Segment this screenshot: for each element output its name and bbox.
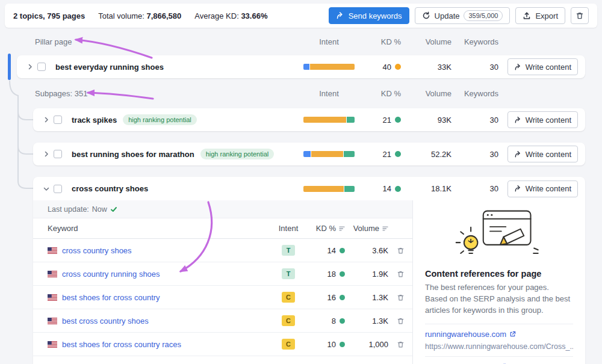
volume-value: 1.3K [345, 293, 388, 302]
column-header-intent: Intent [294, 37, 364, 46]
last-update-label: Last update: [48, 205, 89, 214]
keyword-link[interactable]: cross country running shoes [62, 270, 160, 279]
row-checkbox[interactable] [54, 150, 62, 158]
update-quota-badge: 359/5,000 [464, 10, 503, 21]
update-label: Update [435, 11, 460, 20]
sort-icon[interactable] [382, 226, 388, 232]
forward-arrow-icon [514, 116, 522, 124]
export-button[interactable]: Export [515, 7, 565, 24]
write-content-button[interactable]: Write content [507, 146, 578, 162]
refresh-icon [422, 11, 430, 20]
keywords-count: 30 [452, 63, 498, 72]
send-keywords-button[interactable]: Send keywords [329, 7, 409, 24]
volume-value: 18.1K [401, 184, 452, 193]
pillar-accent-bar [8, 54, 11, 80]
row-checkbox[interactable] [37, 63, 46, 71]
kd-value: 14 [383, 184, 391, 193]
chevron-right-icon[interactable] [39, 116, 54, 123]
write-content-label: Write content [526, 63, 571, 72]
write-content-label: Write content [526, 150, 571, 159]
trash-icon [576, 11, 584, 20]
intent-badge: C [282, 339, 295, 350]
row-checkbox[interactable] [54, 116, 62, 124]
write-content-button[interactable]: Write content [507, 111, 578, 128]
keyword-link[interactable]: best shoes for cross country races [62, 340, 181, 349]
column-header-kd: KD % [364, 37, 401, 46]
ranking-potential-badge: high ranking potential [200, 149, 275, 159]
write-content-label: Write content [526, 184, 571, 193]
external-link-icon [509, 331, 516, 338]
column-header-volume: Volume [401, 89, 452, 98]
total-volume-stat: Total volume: 7,866,580 [98, 11, 181, 20]
kd-value: 40 [383, 63, 391, 72]
subpage-title[interactable]: track spikes [72, 116, 117, 125]
kd-dot [340, 342, 345, 347]
pillar-section-header: Pillar page Intent KD % Volume Keywords [17, 35, 585, 48]
reference-link[interactable]: marathonsports.com [425, 362, 506, 364]
subpages-section-label: Subpages: 351 [35, 89, 87, 98]
volume-value: 3.6K [345, 246, 388, 255]
delete-keyword-button[interactable] [396, 245, 406, 256]
column-header-keyword: Keyword [33, 224, 274, 233]
keyword-row: cross country shoes T 14 3.6K [33, 239, 412, 262]
column-header-kd: KD % [364, 89, 401, 98]
chevron-down-icon[interactable] [39, 185, 54, 193]
delete-keyword-button[interactable] [396, 339, 406, 350]
volume-value: 1.9K [345, 270, 388, 279]
keyword-link[interactable]: cross country shoes [62, 246, 132, 255]
subpage-title[interactable]: best running shoes for marathon [72, 150, 194, 159]
pillar-row[interactable]: best everyday running shoes 40 33K 30 Wr… [17, 55, 585, 78]
intent-badge: C [282, 315, 295, 326]
kd-dot [340, 318, 345, 324]
us-flag-icon [48, 294, 57, 301]
delete-keyword-button[interactable] [396, 292, 406, 303]
last-update-value: Now [92, 205, 107, 214]
sort-icon[interactable] [339, 226, 345, 232]
kd-value: 14 [327, 246, 336, 255]
subpage-row-marathon[interactable]: best running shoes for marathon high ran… [33, 143, 585, 165]
kd-dot [395, 64, 401, 70]
subpage-row-cross-country[interactable]: cross country shoes 14 18.1K 30 Write co… [33, 177, 585, 200]
pillar-section-label: Pillar page [35, 37, 72, 46]
us-flag-icon [48, 271, 57, 277]
pillar-page-title[interactable]: best everyday running shoes [55, 63, 164, 72]
chevron-right-icon[interactable] [23, 63, 37, 70]
ranking-potential-badge: high ranking potential [123, 114, 197, 125]
references-title: Content references for page [425, 269, 573, 279]
topics-summary: 2 topics, 795 pages [13, 11, 85, 20]
trash-icon [397, 317, 405, 325]
keyword-link[interactable]: best shoes for cross country [62, 293, 160, 302]
column-header-keywords: Keywords [452, 89, 498, 98]
delete-keyword-button[interactable] [396, 316, 406, 326]
export-icon [523, 11, 531, 20]
column-header-intent: Intent [274, 224, 303, 233]
trash-icon [397, 247, 405, 254]
subpage-title[interactable]: cross country shoes [72, 184, 148, 193]
total-volume-value: 7,866,580 [146, 11, 181, 20]
kd-dot [340, 248, 345, 253]
update-button[interactable]: Update 359/5,000 [415, 7, 510, 24]
volume-value: 33K [401, 63, 452, 72]
keyword-row: best shoes for cross country C 16 1.3K [33, 286, 412, 309]
subpage-row-track-spikes[interactable]: track spikes high ranking potential 21 9… [33, 108, 585, 131]
write-content-button[interactable]: Write content [507, 58, 578, 75]
chevron-right-icon[interactable] [39, 150, 54, 158]
subpage-row-cross-country-expanded: cross country shoes 14 18.1K 30 Write co… [33, 177, 585, 364]
intent-bar [303, 186, 355, 192]
delete-keyword-button[interactable] [396, 269, 406, 279]
keyword-table: Last update: Now Keyword Intent KD % Vol… [33, 200, 413, 364]
reference-domain: runningwarehouse.com [425, 330, 506, 339]
send-keywords-label: Send keywords [349, 11, 402, 20]
kd-value: 21 [383, 116, 391, 125]
column-header-volume: Volume [401, 37, 452, 46]
reference-link[interactable]: runningwarehouse.com [425, 330, 516, 339]
delete-button[interactable] [571, 7, 589, 24]
forward-arrow-icon [514, 150, 522, 158]
kd-dot [395, 151, 401, 157]
row-checkbox[interactable] [54, 185, 62, 193]
keyword-link[interactable]: best cross country shoes [62, 316, 149, 325]
average-kd-label: Average KD: [194, 11, 238, 20]
intent-badge: T [282, 245, 295, 256]
write-content-button[interactable]: Write content [507, 180, 578, 197]
keywords-count: 30 [452, 184, 498, 193]
